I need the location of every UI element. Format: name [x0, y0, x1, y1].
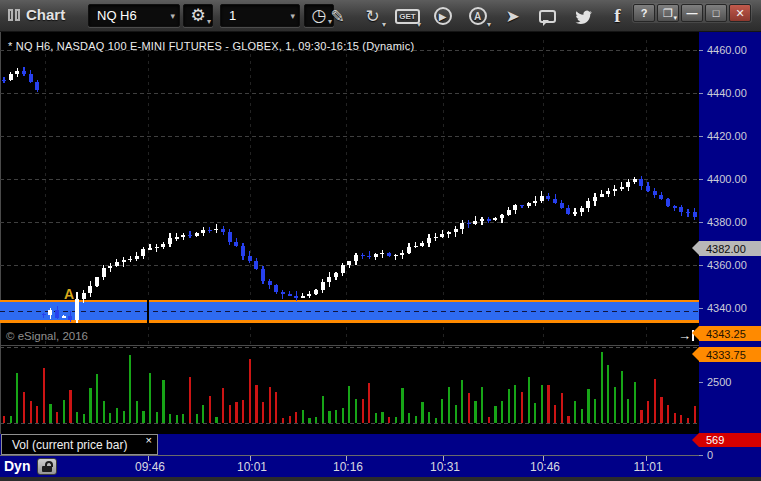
volume-bar	[109, 413, 111, 423]
volume-bar	[335, 410, 337, 423]
axis-tick	[699, 136, 703, 137]
twitter-icon[interactable]	[565, 0, 600, 32]
candle	[2, 80, 6, 81]
volume-bar	[142, 411, 144, 423]
candle	[566, 208, 570, 214]
volume-bar	[674, 413, 676, 423]
get-data-icon[interactable]: GET▾	[390, 0, 425, 32]
candle	[520, 205, 524, 206]
y-axis-label: 4380.00	[707, 216, 747, 229]
candle	[653, 191, 657, 195]
play-icon[interactable]: ▶	[425, 0, 460, 32]
symbol-input[interactable]: NQ H6 ▾	[88, 4, 180, 27]
candle	[321, 282, 325, 289]
candle	[693, 212, 697, 217]
price-axis[interactable]: 4382.00 4343.25 4333.75 2500 569 0 4460.…	[699, 32, 761, 477]
volume-bar	[342, 408, 344, 423]
volume-tab-label: Vol (current price bar)	[12, 438, 127, 452]
candle	[540, 196, 544, 200]
candle	[175, 237, 179, 238]
candle	[29, 74, 33, 82]
candle	[600, 194, 604, 197]
volume-bar	[607, 365, 609, 423]
volume-pane[interactable]	[0, 346, 699, 434]
candle	[341, 265, 345, 273]
volume-bar	[408, 413, 410, 423]
window-bottom-edge	[0, 477, 761, 481]
draw-pencil-icon[interactable]: ✎	[320, 0, 355, 32]
candle	[42, 314, 46, 315]
time-axis[interactable]: Dyn 09:4610:0110:1610:3110:4611:01	[0, 455, 699, 477]
volume-bar	[468, 393, 470, 423]
symbol-settings-button[interactable]: ⚙ ▾	[183, 4, 213, 27]
candle	[108, 266, 112, 268]
volume-bar	[3, 416, 5, 423]
candle	[161, 244, 165, 247]
candle	[68, 316, 72, 320]
toolbar: Chart NQ H6 ▾ ⚙ ▾ 1 ▾ ◷ ▾ ✎↻▾GET▾▶A▾➤f ?…	[0, 0, 761, 32]
candle	[573, 212, 577, 215]
chevron-down-icon: ▾	[284, 11, 295, 21]
axis-tick	[699, 382, 703, 383]
volume-bar	[601, 352, 603, 423]
candle	[533, 201, 537, 203]
candle	[420, 243, 424, 246]
candle	[35, 82, 39, 90]
volume-bar	[680, 415, 682, 423]
interval-input[interactable]: 1 ▾	[220, 4, 300, 27]
lock-button[interactable]	[37, 458, 57, 475]
candle	[586, 201, 590, 208]
symbol-value: NQ H6	[97, 8, 137, 23]
chevron-down-icon: ▾	[207, 17, 211, 26]
close-icon[interactable]: ×	[146, 434, 152, 446]
volume-bar	[348, 386, 350, 423]
volume-bar	[315, 417, 317, 423]
volume-bar	[381, 412, 383, 423]
candle	[374, 254, 378, 256]
x-axis-label: 10:31	[430, 460, 460, 474]
candle	[75, 299, 79, 320]
candle	[580, 208, 584, 212]
refresh-icon[interactable]: ↻▾	[355, 0, 390, 32]
volume-bar	[547, 385, 549, 423]
candle	[135, 256, 139, 259]
volume-bar	[521, 392, 523, 423]
volume-bar	[209, 396, 211, 423]
volume-bar	[328, 411, 330, 423]
gear-icon: ⚙	[190, 5, 205, 26]
help-button[interactable]: ?	[633, 4, 655, 22]
volume-bar	[215, 417, 217, 423]
price-chart-pane[interactable]	[0, 32, 699, 345]
candle	[686, 212, 690, 213]
candle	[228, 232, 232, 241]
maximize-button[interactable]: □	[705, 4, 727, 22]
study-tab-strip: Vol (current price bar) ×	[0, 434, 699, 455]
candle	[95, 277, 99, 285]
candle	[288, 294, 292, 295]
alerts-icon[interactable]: A▾	[460, 0, 495, 32]
volume-bar	[229, 405, 231, 423]
close-button[interactable]: ✕	[729, 4, 751, 22]
candle	[201, 230, 205, 233]
volume-bar	[23, 392, 25, 423]
volume-bar	[401, 388, 403, 423]
dyn-mode-label: Dyn	[4, 458, 30, 474]
minimize-button[interactable]: —	[681, 4, 703, 22]
volume-study-tab[interactable]: Vol (current price bar) ×	[1, 434, 158, 455]
y-axis-label: 4340.00	[707, 302, 747, 315]
volume-bar	[242, 400, 244, 423]
arrow-right-glyph: →	[678, 328, 691, 343]
candle	[460, 223, 464, 230]
chat-bubble-icon[interactable]	[530, 0, 565, 32]
volume-scale-min: 0	[707, 449, 713, 462]
dock-window-button[interactable]: ❐▾	[657, 4, 679, 22]
send-icon[interactable]: ➤	[495, 0, 530, 32]
facebook-icon[interactable]: f	[600, 0, 635, 32]
volume-bar	[561, 393, 563, 423]
volume-bar	[614, 387, 616, 423]
candle	[102, 268, 106, 277]
x-axis-label: 09:46	[135, 460, 165, 474]
volume-bar	[289, 416, 291, 423]
volume-bar	[189, 377, 191, 423]
candle	[347, 261, 351, 265]
